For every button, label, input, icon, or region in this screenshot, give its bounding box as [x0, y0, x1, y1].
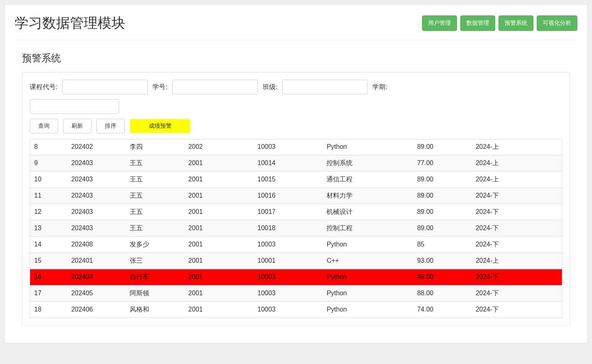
table-row[interactable]: 9202403王五200110014控制系统77.002024-上 — [30, 155, 562, 171]
cell-term: 2024-下 — [472, 220, 562, 236]
table-row[interactable]: 12202403王五200110017机械设计89.002024-下 — [30, 204, 562, 220]
cell-course: Python — [322, 236, 413, 253]
cell-term: 2024-上 — [472, 155, 562, 171]
cell-name: 王五 — [126, 171, 184, 187]
cell-sid: 202406 — [67, 301, 126, 318]
cell-cls: 2001 — [184, 171, 253, 187]
cell-idx: 8 — [30, 139, 67, 155]
cell-name: 王五 — [126, 155, 184, 171]
cell-score: 89.00 — [413, 171, 472, 187]
sort-button[interactable]: 排序 — [96, 119, 125, 133]
cell-course: Python — [322, 285, 413, 301]
cell-cls: 2002 — [184, 139, 253, 155]
cell-cid: 10003 — [253, 269, 322, 285]
cell-sid: 202401 — [67, 253, 126, 269]
cell-idx: 18 — [30, 301, 67, 318]
cell-cls: 2001 — [184, 220, 253, 236]
table-row[interactable]: 18202406风格和200110003Python74.002024-下 — [30, 301, 562, 318]
header: 学习数据管理模块 用户管理 数据管理 预警系统 可视化分析 — [15, 14, 577, 40]
cell-course: Python — [322, 269, 413, 285]
cell-sid: 202408 — [67, 236, 126, 253]
cell-idx: 11 — [30, 187, 67, 204]
filter-row-1: 课程代号: 学号: 班级: 学期: — [22, 80, 570, 99]
page-title: 学习数据管理模块 — [15, 14, 125, 33]
query-button[interactable]: 查询 — [30, 119, 58, 133]
cell-name: 自行车 — [126, 269, 184, 285]
cell-name: 风格和 — [126, 301, 184, 318]
cell-idx: 9 — [30, 155, 67, 171]
cell-name: 王五 — [126, 204, 184, 220]
table-row[interactable]: 8202402李四200210003Python89.002024-上 — [30, 139, 562, 155]
cell-idx: 12 — [30, 204, 67, 220]
class-input[interactable] — [282, 80, 368, 94]
cell-name: 阿斯顿 — [126, 285, 184, 301]
table-row[interactable]: 15202401张三200110001C++93.002024-上 — [30, 253, 562, 269]
cell-course: 控制系统 — [322, 155, 413, 171]
student-id-input[interactable] — [172, 80, 258, 94]
class-label: 班级: — [263, 83, 277, 92]
cell-cid: 10003 — [253, 236, 322, 253]
cell-cid: 10014 — [253, 155, 322, 171]
cell-cls: 2001 — [184, 155, 253, 171]
cell-cid: 10017 — [253, 204, 322, 220]
nav-warning-button[interactable]: 预警系统 — [498, 15, 533, 31]
cell-sid: 202403 — [67, 220, 126, 236]
cell-cls: 2001 — [184, 236, 253, 253]
cell-term: 2024-上 — [472, 139, 562, 155]
table-scroll-container[interactable]: 8202402李四200210003Python89.002024-上92024… — [30, 139, 562, 318]
nav-user-mgmt-button[interactable]: 用户管理 — [422, 15, 457, 31]
cell-cid: 10001 — [253, 253, 322, 269]
cell-cls: 2001 — [184, 204, 253, 220]
cell-term: 2024-下 — [472, 204, 562, 220]
cell-idx: 15 — [30, 253, 67, 269]
term-input[interactable] — [30, 99, 119, 114]
cell-course: Python — [322, 139, 413, 155]
course-code-label: 课程代号: — [30, 83, 57, 92]
cell-cid: 10016 — [253, 187, 322, 204]
score-warning-button[interactable]: 成绩预警 — [130, 119, 191, 133]
course-code-input[interactable] — [62, 80, 148, 94]
cell-score: 89.00 — [413, 139, 472, 155]
cell-term: 2024-上 — [472, 253, 562, 269]
cell-score: 49.00 — [413, 269, 472, 285]
cell-sid: 202404 — [67, 269, 126, 285]
nav-visual-analysis-button[interactable]: 可视化分析 — [537, 15, 577, 31]
cell-cls: 2001 — [184, 253, 253, 269]
table-row[interactable]: 11202403王五200110016材料力学89.002024-下 — [30, 187, 562, 204]
cell-name: 发多少 — [126, 236, 184, 253]
cell-sid: 202403 — [67, 171, 126, 187]
cell-cid: 10003 — [253, 301, 322, 318]
cell-term: 2024-下 — [472, 187, 562, 204]
cell-score: 74.00 — [413, 301, 472, 318]
cell-idx: 17 — [30, 285, 67, 301]
term-label: 学期: — [372, 83, 387, 92]
cell-score: 85 — [413, 236, 472, 253]
table-row[interactable]: 10202403王五200110015通信工程89.002024-上 — [30, 171, 562, 187]
refresh-button[interactable]: 刷新 — [63, 119, 91, 133]
cell-cid: 10003 — [253, 285, 322, 301]
cell-sid: 202402 — [67, 139, 126, 155]
cell-score: 89.00 — [413, 187, 472, 204]
cell-term: 2024-上 — [472, 171, 562, 187]
cell-cls: 2001 — [184, 285, 253, 301]
table-row[interactable]: 17202405阿斯顿200110003Python88.002024-下 — [30, 285, 562, 301]
cell-cid: 10003 — [253, 139, 322, 155]
cell-term: 2024-下 — [472, 285, 562, 301]
filter-panel: 课程代号: 学号: 班级: 学期: 查询 刷新 排序 成绩预警 8202402李… — [22, 72, 570, 326]
cell-name: 王五 — [126, 220, 184, 236]
cell-sid: 202403 — [67, 155, 126, 171]
table-row[interactable]: 13202403王五200110018控制工程89.002024-下 — [30, 220, 562, 236]
table-row[interactable]: 16202404自行车200110003Python49.002024-下 — [30, 269, 562, 285]
cell-course: Python — [322, 301, 413, 318]
cell-course: 材料力学 — [322, 187, 413, 204]
cell-score: 89.00 — [413, 220, 472, 236]
cell-term: 2024-下 — [472, 236, 562, 253]
nav-data-mgmt-button[interactable]: 数据管理 — [460, 15, 495, 31]
student-id-label: 学号: — [152, 83, 167, 92]
cell-course: C++ — [322, 253, 413, 269]
cell-name: 王五 — [126, 187, 184, 204]
table-row[interactable]: 14202408发多少200110003Python852024-下 — [30, 236, 562, 253]
cell-name: 李四 — [126, 139, 184, 155]
cell-cls: 2001 — [184, 301, 253, 318]
data-table: 8202402李四200210003Python89.002024-上92024… — [30, 139, 562, 318]
